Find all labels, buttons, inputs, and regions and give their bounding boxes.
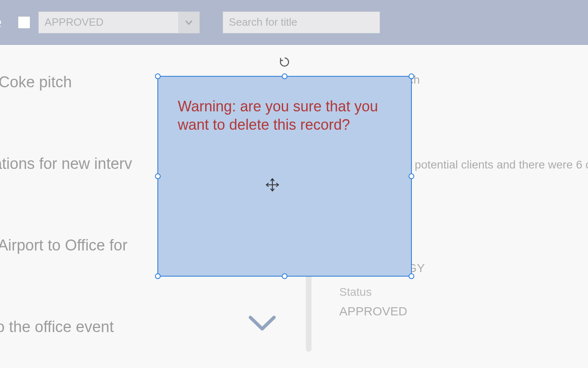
status-filter-dropdown[interactable]: APPROVED: [38, 11, 200, 33]
resize-handle-e[interactable]: [409, 173, 414, 179]
resize-handle-sw[interactable]: [155, 273, 161, 279]
warning-dialog-element[interactable]: Warning: are you sure that you want to d…: [157, 76, 412, 277]
resize-handle-n[interactable]: [282, 73, 287, 79]
scrollbar[interactable]: [306, 270, 312, 352]
search-input[interactable]: Search for title: [223, 11, 380, 33]
warning-text: Warning: are you sure that you want to d…: [178, 97, 391, 134]
resize-handle-se[interactable]: [409, 273, 414, 279]
resize-handle-nw[interactable]: [155, 73, 161, 79]
top-toolbar: se APPROVED Search for title: [0, 0, 588, 45]
resize-handle-w[interactable]: [155, 173, 161, 179]
status-filter-value: APPROVED: [39, 16, 178, 29]
chevron-down-icon[interactable]: [248, 313, 276, 335]
resize-handle-ne[interactable]: [409, 73, 414, 79]
status-label: Status: [339, 286, 425, 299]
filter-checkbox[interactable]: [18, 16, 30, 29]
resize-handle-s[interactable]: [282, 273, 287, 279]
status-value: APPROVED: [339, 304, 425, 318]
chevron-down-icon: [178, 12, 199, 33]
detail-note-fragment: r potential clients and there were 6 of …: [408, 158, 588, 171]
search-placeholder: Search for title: [229, 16, 297, 29]
detail-note-fragment: ch: [408, 73, 588, 86]
page-title-fragment: se: [0, 13, 2, 32]
rotate-icon[interactable]: [279, 56, 290, 68]
